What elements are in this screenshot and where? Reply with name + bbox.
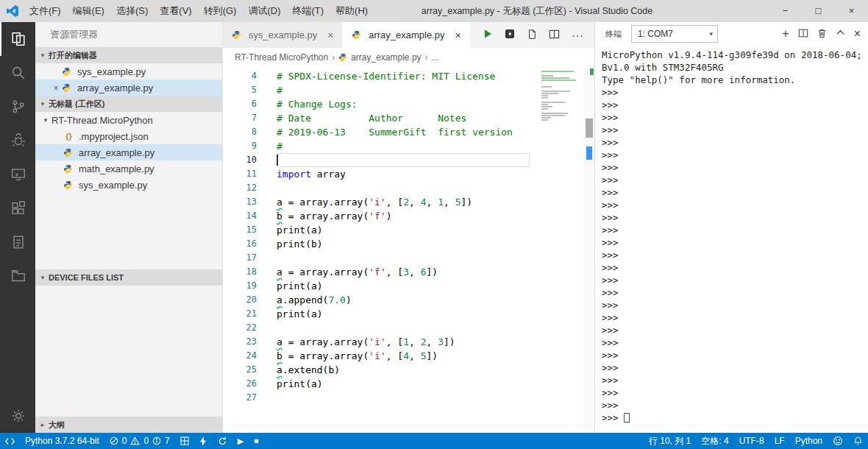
code-line[interactable]: 20a.append(7.0) (223, 293, 594, 307)
indentation[interactable]: 空格: 4 (696, 433, 733, 449)
terminal-output[interactable]: MicroPython v1.9.4-114-g309fe39d on 2018… (595, 46, 868, 433)
run-file-button[interactable]: ▶ (232, 433, 249, 449)
code-text: b = array.array('i', [4, 5]) (277, 349, 530, 363)
editor-scrollbar[interactable] (584, 67, 594, 433)
code-line[interactable]: 13a = array.array('i', [2, 4, 1, 5]) (223, 195, 594, 209)
breadcrumb-item[interactable]: array_example.py (351, 52, 421, 63)
menu-item[interactable]: 编辑(E) (67, 0, 110, 22)
code-line[interactable]: 26print(a) (223, 377, 594, 391)
chevron-down-icon: ▾ (709, 30, 713, 38)
cursor-position[interactable]: 行 10, 列 1 (644, 433, 696, 449)
open-preview-icon[interactable] (527, 29, 537, 42)
file-label: .mpyproject.json (79, 131, 149, 142)
maximize-panel-chevron-icon[interactable] (836, 28, 845, 40)
menu-item[interactable]: 查看(V) (154, 0, 197, 22)
close-panel-icon[interactable]: × (854, 28, 861, 40)
kill-terminal-trash-icon[interactable] (817, 28, 827, 40)
open-editor-item-sys_example.py[interactable]: sys_example.py (35, 63, 222, 79)
code-line[interactable]: 6# Change Logs: (223, 97, 594, 111)
code-line[interactable]: 5# (223, 83, 594, 97)
close-window-button[interactable]: × (835, 0, 868, 22)
code-line[interactable]: 25a.extend(b) (223, 363, 594, 377)
code-line[interactable]: 8# 2019-06-13 SummerGift first version (223, 125, 594, 139)
device-monitor-icon[interactable] (0, 158, 35, 191)
more-actions-icon[interactable]: ··· (572, 29, 584, 41)
close-tab-icon[interactable]: × (452, 29, 464, 41)
tree-item-.mpyproject.json[interactable]: {}.mpyproject.json (35, 128, 222, 144)
tree-item-math_example.py[interactable]: math_example.py (35, 160, 222, 177)
tab-sys_example.py[interactable]: sys_example.py× (223, 22, 343, 48)
code-line[interactable]: 14b = array.array('f') (223, 209, 594, 223)
sync-files-button[interactable] (213, 433, 232, 449)
encoding[interactable]: UTF-8 (734, 433, 769, 449)
run-file-icon[interactable] (483, 29, 493, 41)
connect-device-button[interactable] (194, 433, 213, 449)
extensions-icon[interactable] (0, 191, 35, 225)
tree-folder-rt-thread-micropython[interactable]: ▾ RT-Thread MicroPython (35, 112, 222, 128)
stop-button[interactable]: ■ (249, 433, 263, 449)
python-file-icon (232, 30, 243, 40)
code-line[interactable]: 11import array (223, 167, 594, 181)
tab-array_example.py[interactable]: array_example.py× (343, 22, 470, 48)
python-interpreter[interactable]: Python 3.7.2 64-bit (20, 433, 104, 449)
notifications-bell[interactable] (848, 433, 868, 449)
code-line[interactable]: 23a = array.array('i', [1, 2, 3]) (223, 335, 594, 349)
outline-header[interactable]: ▸ 大纲 (35, 417, 222, 433)
maximize-button[interactable]: □ (802, 0, 835, 22)
flash-download-icon[interactable] (505, 29, 515, 41)
code-line[interactable]: 22 (223, 321, 594, 335)
notes-clipboard-icon[interactable] (0, 225, 35, 259)
debug-icon[interactable] (0, 124, 35, 158)
minimap[interactable] (541, 71, 583, 124)
menu-item[interactable]: 转到(G) (198, 0, 243, 22)
code-line[interactable]: 9# (223, 139, 594, 153)
new-terminal-icon[interactable]: + (782, 28, 789, 40)
code-line[interactable]: 21print(a) (223, 307, 594, 321)
search-icon[interactable] (0, 56, 35, 90)
workspace-header[interactable]: ▾ 无标题 (工作区) (35, 96, 222, 112)
open-editors-header[interactable]: ▾ 打开的编辑器 (35, 47, 222, 63)
scrollbar-thumb[interactable] (586, 119, 593, 138)
code-line[interactable]: 17 (223, 251, 594, 265)
code-line[interactable]: 16print(b) (223, 237, 594, 251)
remote-indicator[interactable] (0, 433, 20, 449)
breadcrumb-item[interactable]: ... (432, 52, 439, 63)
code-line[interactable]: 7# Date Author Notes (223, 111, 594, 125)
language-mode[interactable]: Python (790, 433, 828, 449)
device-files-header[interactable]: ▾ DEVICE FILES LIST (35, 269, 222, 286)
source-control-icon[interactable] (0, 90, 35, 124)
problems-indicator[interactable]: 0 0 7 (104, 433, 175, 449)
close-icon[interactable]: × (50, 82, 62, 93)
download-board-button[interactable] (175, 433, 194, 449)
menu-item[interactable]: 选择(S) (110, 0, 154, 22)
code-line[interactable]: 24b = array.array('i', [4, 5]) (223, 349, 594, 363)
feedback-smiley[interactable] (828, 433, 848, 449)
tree-item-array_example.py[interactable]: array_example.py (35, 144, 222, 160)
terminal-selector-dropdown[interactable]: 1: COM7 ▾ (631, 25, 718, 43)
code-line[interactable]: 4# SPDX-License-Identifier: MIT License (223, 69, 594, 83)
menu-item[interactable]: 文件(F) (24, 0, 67, 22)
split-editor-icon[interactable] (549, 29, 560, 42)
breadcrumb-item[interactable]: RT-Thread MicroPython (235, 52, 328, 63)
split-terminal-icon[interactable] (798, 28, 808, 40)
code-line[interactable]: 27 (223, 391, 594, 405)
explorer-icon[interactable] (0, 22, 35, 56)
menu-item[interactable]: 调试(D) (242, 0, 286, 22)
code-editor[interactable]: 4# SPDX-License-Identifier: MIT License5… (223, 67, 594, 433)
minimize-button[interactable]: − (769, 0, 802, 22)
eol-sequence[interactable]: LF (769, 433, 790, 449)
code-line[interactable]: 12 (223, 181, 594, 195)
code-line[interactable]: 19print(a) (223, 279, 594, 293)
code-line[interactable]: 18a = array.array('f', [3, 6]) (223, 265, 594, 279)
library-folder-icon[interactable] (0, 259, 35, 293)
menu-item[interactable]: 终端(T) (286, 0, 330, 22)
terminal-prompt-active[interactable]: >>> (602, 411, 868, 424)
menu-item[interactable]: 帮助(H) (330, 0, 374, 22)
open-editor-item-array_example.py[interactable]: ×array_example.py (35, 79, 222, 96)
tree-item-sys_example.py[interactable]: sys_example.py (35, 177, 222, 193)
code-line[interactable]: 15print(a) (223, 223, 594, 237)
terminal-line: Bv1.0 with STM32F405RG (602, 61, 868, 74)
code-line[interactable]: 10 (223, 153, 594, 167)
close-tab-icon[interactable]: × (324, 29, 336, 41)
settings-gear-icon[interactable] (0, 399, 35, 433)
